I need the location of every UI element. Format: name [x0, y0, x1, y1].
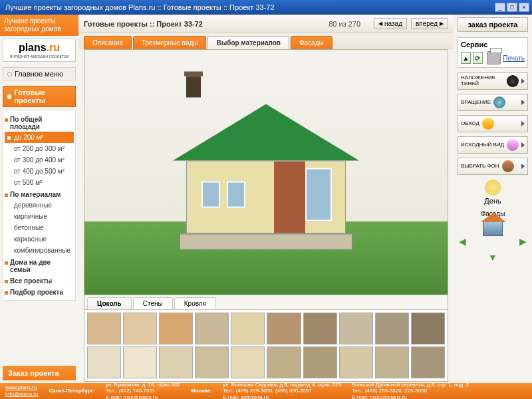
- area-filter-1[interactable]: от 200 до 300 м²: [5, 143, 74, 154]
- swatch-13[interactable]: [195, 346, 229, 378]
- sun-icon: [485, 180, 501, 196]
- maximize-button[interactable]: □: [507, 3, 517, 12]
- swatch-16[interactable]: [303, 346, 337, 378]
- arrow-down-icon[interactable]: ▼: [488, 252, 497, 263]
- swatch-7[interactable]: [339, 313, 373, 344]
- service-btn-b[interactable]: ⟳: [473, 52, 483, 64]
- footer-site-link[interactable]: www.plans.ru: [5, 384, 37, 390]
- arrow-right-icon[interactable]: ▶: [519, 236, 527, 247]
- tool-walk[interactable]: ОБХОД: [458, 115, 528, 132]
- mat-filter-0[interactable]: деревянные: [5, 200, 74, 211]
- arrow-left-icon[interactable]: ◀: [459, 236, 466, 247]
- main-column: Готовые проекты :: Проект 33-72 80 из 27…: [78, 15, 454, 383]
- subheader-area: По общей площади: [5, 113, 74, 132]
- swatch-6[interactable]: [303, 313, 337, 344]
- swatch-3[interactable]: [195, 313, 229, 344]
- swatch-9[interactable]: [411, 313, 445, 344]
- tool-background[interactable]: ВЫБРАТЬ ФОН: [458, 158, 528, 175]
- area-filter-2[interactable]: от 300 до 400 м²: [5, 154, 74, 166]
- swatch-1[interactable]: [123, 313, 157, 344]
- tool-reset[interactable]: ИСХОДНЫЙ ВИД: [458, 136, 528, 154]
- tab-facades[interactable]: Фасады: [291, 36, 332, 49]
- nav-main-menu[interactable]: Главное меню: [3, 67, 76, 80]
- logo: plans.ru интернет-магазин проектов: [3, 39, 76, 62]
- left-sidebar: Лучшие проекты загородных домов plans.ru…: [0, 15, 78, 383]
- swatch-10[interactable]: [87, 346, 121, 378]
- swatch-5[interactable]: [267, 313, 301, 344]
- mat-filter-3[interactable]: каркасные: [5, 233, 74, 245]
- material-tabs: Цоколь Стены Кровля: [84, 295, 448, 309]
- swatch-15[interactable]: [267, 346, 301, 378]
- chimney-icon: [186, 76, 201, 98]
- rotate-icon: [493, 96, 505, 108]
- service-label: Сервис: [461, 41, 487, 49]
- window-icon: [305, 168, 332, 221]
- submenu-ready: По общей площади до 200 м² от 200 до 300…: [3, 110, 76, 301]
- swatch-2[interactable]: [159, 313, 193, 344]
- swatch-19[interactable]: [411, 346, 445, 378]
- footer: www.plans.ru info@plans.ru Санкт-Петербу…: [0, 383, 532, 399]
- nav-all-projects[interactable]: Все проекты: [5, 275, 74, 286]
- nav-pick-project[interactable]: Подбор проекта: [5, 286, 74, 297]
- mat-filter-1[interactable]: кирпичные: [5, 211, 74, 222]
- window-titlebar: Лучшие проекты загородных домов Plans.ru…: [0, 0, 532, 15]
- area-filter-3[interactable]: от 400 до 500 м²: [5, 166, 74, 177]
- tab-materials[interactable]: Выбор материалов: [207, 36, 289, 49]
- window-icon: [201, 182, 220, 208]
- shadow-icon: [507, 75, 519, 87]
- tab-description[interactable]: Описание: [84, 36, 132, 49]
- service-panel: Сервис ▲ ⟳ Печать: [458, 37, 528, 68]
- nav-order-project[interactable]: Заказ проекта: [3, 366, 76, 380]
- window-icon: [227, 182, 245, 208]
- printer-icon: [487, 51, 501, 65]
- mat-filter-4[interactable]: комбинированные: [5, 245, 74, 256]
- house-icon[interactable]: [483, 220, 503, 236]
- footer-email-link[interactable]: info@plans.ru: [5, 391, 38, 397]
- mtab-roof[interactable]: Кровля: [174, 297, 216, 309]
- print-link[interactable]: Печать: [503, 55, 525, 62]
- viewer: Цоколь Стены Кровля: [84, 50, 448, 381]
- brand-banner: Лучшие проекты загородных домов: [0, 15, 78, 36]
- mat-filter-2[interactable]: бетонные: [5, 222, 74, 233]
- subheader-materials: По материалам: [5, 188, 74, 200]
- view-tabs: Описание Трехмерные виды Выбор материало…: [78, 33, 454, 49]
- bg-icon: [502, 160, 514, 172]
- forward-button[interactable]: вперед▶: [411, 18, 448, 29]
- order-project-button[interactable]: заказ проекта: [458, 17, 528, 32]
- nav-ready-projects[interactable]: Готовые проекты: [3, 86, 76, 107]
- day-toggle[interactable]: День: [456, 180, 529, 205]
- walk-icon: [482, 118, 494, 130]
- tab-3d-views[interactable]: Трехмерные виды: [133, 36, 206, 49]
- breadcrumb: Готовые проекты :: Проект 33-72: [84, 20, 325, 28]
- back-button[interactable]: ◀назад: [374, 18, 407, 29]
- house-render[interactable]: [84, 50, 448, 295]
- area-filter-4[interactable]: от 500 м²: [5, 177, 74, 188]
- close-button[interactable]: ×: [519, 3, 529, 12]
- tool-rotate[interactable]: ВРАЩЕНИЕ: [458, 94, 528, 111]
- mtab-walls[interactable]: Стены: [133, 297, 173, 309]
- swatch-18[interactable]: [375, 346, 409, 378]
- area-filter-0[interactable]: до 200 м²: [5, 132, 74, 143]
- stage: Цоколь Стены Кровля: [84, 49, 448, 382]
- swatch-17[interactable]: [339, 346, 373, 378]
- nav-two-family[interactable]: Дома на две семьи: [5, 256, 74, 275]
- breadcrumb-bar: Готовые проекты :: Проект 33-72 80 из 27…: [78, 15, 454, 33]
- swatch-0[interactable]: [87, 313, 121, 344]
- swatch-grid: [84, 309, 448, 381]
- position-counter: 80 из 270: [329, 20, 360, 28]
- swatch-11[interactable]: [123, 346, 157, 378]
- minimize-button[interactable]: _: [495, 3, 505, 12]
- service-btn-a[interactable]: ▲: [461, 52, 471, 64]
- swatch-12[interactable]: [159, 346, 193, 378]
- mtab-base[interactable]: Цоколь: [87, 297, 132, 309]
- tool-shadows[interactable]: НАЛОЖЕНИЕ ТЕНЕЙ: [458, 72, 528, 90]
- swatch-8[interactable]: [375, 313, 409, 344]
- window-title: Лучшие проекты загородных домов Plans.ru…: [3, 3, 493, 11]
- swatch-14[interactable]: [231, 346, 265, 378]
- facade-nav: Фасады ▲ ◀ ▶ ▼: [456, 210, 529, 260]
- swatch-4[interactable]: [231, 313, 265, 344]
- reset-icon: [507, 139, 519, 151]
- right-sidebar: заказ проекта Сервис ▲ ⟳ Печать НАЛОЖЕНИ…: [454, 15, 532, 383]
